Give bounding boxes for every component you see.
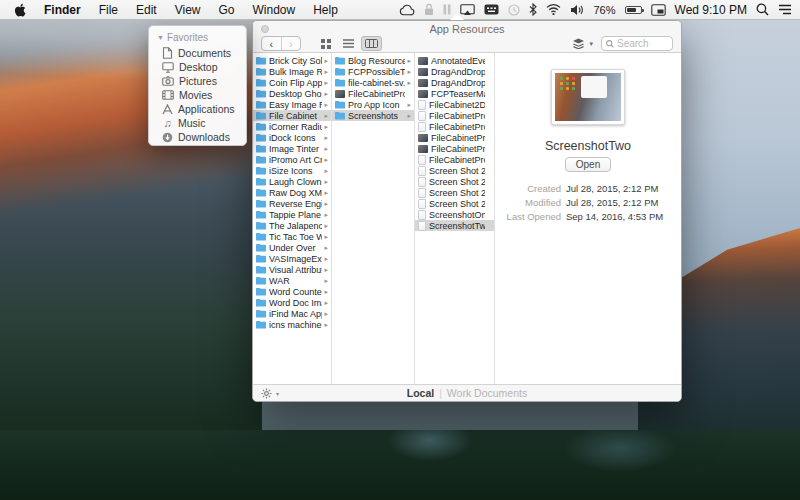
menu-window[interactable]: Window xyxy=(244,0,305,20)
lock-icon[interactable] xyxy=(424,3,434,16)
menu-help[interactable]: Help xyxy=(304,0,347,20)
chevron-right-icon: ▸ xyxy=(322,255,328,263)
sidebar-item-desktop[interactable]: Desktop xyxy=(149,60,246,74)
file-row[interactable]: Under Over ▸ xyxy=(253,242,331,253)
file-row[interactable]: Screen Shot 2... ▸ xyxy=(415,176,494,187)
file-row[interactable]: DragAndDropT... ▸ xyxy=(415,77,494,88)
sidebar-item-documents[interactable]: Documents xyxy=(149,46,246,60)
file-row[interactable]: FileCabinet2D... ▸ xyxy=(415,99,494,110)
image-file-icon xyxy=(418,134,428,142)
file-row[interactable]: file-cabinet-sv... ▸ xyxy=(332,77,414,88)
sidebar-item-downloads[interactable]: Downloads xyxy=(149,130,246,144)
file-row[interactable]: iPromo Art Cr... ▸ xyxy=(253,154,331,165)
search-field[interactable]: Search xyxy=(601,36,673,51)
menu-view[interactable]: View xyxy=(166,0,210,20)
file-row[interactable]: Blog Resources ▸ xyxy=(332,55,414,66)
file-row[interactable]: icns machine ▸ xyxy=(253,319,331,330)
menu-go[interactable]: Go xyxy=(210,0,244,20)
folder-icon xyxy=(256,177,266,186)
file-row[interactable]: FileCabinetPro... ▸ xyxy=(415,132,494,143)
wifi-icon[interactable] xyxy=(546,4,561,15)
file-row[interactable]: ScreenshotOne ▸ xyxy=(415,209,494,220)
file-row[interactable]: Raw Dog XML... ▸ xyxy=(253,187,331,198)
forward-button[interactable]: › xyxy=(282,37,301,50)
sidebar-item-music[interactable]: ♫ Music xyxy=(149,116,246,130)
location-tab-local[interactable]: Local xyxy=(407,387,434,399)
menu-file[interactable]: File xyxy=(90,0,127,20)
file-row[interactable]: The Jalapeno... ▸ xyxy=(253,220,331,231)
file-row[interactable]: Image Tinter ▸ xyxy=(253,143,331,154)
open-button[interactable]: Open xyxy=(565,157,611,172)
sidebar-item-pictures[interactable]: Pictures xyxy=(149,74,246,88)
sidebar-item-applications[interactable]: Applications xyxy=(149,102,246,116)
arrange-button[interactable]: ▾ xyxy=(572,38,593,49)
file-row[interactable]: FileCabinetPro... ▸ xyxy=(332,88,414,99)
favorites-header[interactable]: ▼ Favorites xyxy=(149,30,246,46)
file-row[interactable]: Brick City Solit... ▸ xyxy=(253,55,331,66)
file-row[interactable]: iCorner Radius ▸ xyxy=(253,121,331,132)
file-row[interactable]: Easy Image Re... ▸ xyxy=(253,99,331,110)
file-row[interactable]: Visual Attribut... ▸ xyxy=(253,264,331,275)
folder-icon xyxy=(256,232,266,241)
keyboard-icon[interactable] xyxy=(484,4,499,15)
file-row[interactable]: WAR ▸ xyxy=(253,275,331,286)
file-row[interactable]: Reverse Engin... ▸ xyxy=(253,198,331,209)
file-row[interactable]: iDock Icons ▸ xyxy=(253,132,331,143)
file-row[interactable]: AnnotatedEve... ▸ xyxy=(415,55,494,66)
file-row[interactable]: iFind Mac Apps ▸ xyxy=(253,308,331,319)
folder-icon xyxy=(256,287,266,296)
preview-metadata: Created Jul 28, 2015, 2:12 PM Modified J… xyxy=(495,183,681,222)
file-row[interactable]: Word Counter... ▸ xyxy=(253,286,331,297)
time-machine-icon[interactable] xyxy=(508,4,520,16)
file-icon xyxy=(418,210,426,220)
folder-icon xyxy=(256,56,266,65)
location-tab-work-documents[interactable]: Work Documents xyxy=(447,387,527,399)
preview-thumbnail[interactable] xyxy=(551,69,625,125)
menu-edit[interactable]: Edit xyxy=(127,0,166,20)
apple-menu[interactable] xyxy=(8,3,35,17)
nav-control: ‹ › xyxy=(261,36,301,51)
file-row[interactable]: ScreenshotTwo ▸ xyxy=(415,220,494,231)
file-row[interactable]: File Cabinet ▸ xyxy=(253,110,331,121)
file-row[interactable]: FCPTeaserMa... ▸ xyxy=(415,88,494,99)
back-button[interactable]: ‹ xyxy=(262,37,282,50)
icon-view-button[interactable] xyxy=(315,36,336,51)
spotlight-icon[interactable] xyxy=(756,3,769,16)
file-row[interactable]: iSize Icons ▸ xyxy=(253,165,331,176)
meta-modified: Modified Jul 28, 2015, 2:12 PM xyxy=(495,197,681,208)
image-file-icon xyxy=(418,68,428,76)
file-row[interactable]: FCPPossibleTe... ▸ xyxy=(332,66,414,77)
file-row[interactable]: Screenshots ▸ xyxy=(332,110,414,121)
preview-file-name: ScreenshotTwo xyxy=(495,139,681,153)
volume-icon[interactable] xyxy=(570,4,584,16)
file-row[interactable]: Coin Flip App ▸ xyxy=(253,77,331,88)
file-row[interactable]: Bulk Image Re... ▸ xyxy=(253,66,331,77)
file-row[interactable]: Screen Shot 2... ▸ xyxy=(415,165,494,176)
file-row[interactable]: Tappie Plane ▸ xyxy=(253,209,331,220)
menu-clock[interactable]: Wed 9:10 PM xyxy=(675,3,747,17)
file-row[interactable]: Screen Shot 2... ▸ xyxy=(415,198,494,209)
file-row[interactable]: Tic Tac Toe W... ▸ xyxy=(253,231,331,242)
file-row[interactable]: Pro App Icon ▸ xyxy=(332,99,414,110)
file-row[interactable]: Desktop Ghost ▸ xyxy=(253,88,331,99)
display-mirror-icon[interactable] xyxy=(651,4,666,16)
file-row[interactable]: FileCabinetPro... ▸ xyxy=(415,154,494,165)
file-row[interactable]: Word Doc Ima... ▸ xyxy=(253,297,331,308)
battery-icon[interactable] xyxy=(625,6,642,14)
column-view-button[interactable] xyxy=(361,36,382,51)
action-menu-button[interactable]: ▾ xyxy=(261,388,279,399)
sidebar-item-movies[interactable]: Movies xyxy=(149,88,246,102)
file-row[interactable]: Screen Shot 2... ▸ xyxy=(415,187,494,198)
cloudapp-icon[interactable] xyxy=(399,4,415,16)
notification-center-icon[interactable] xyxy=(778,4,792,15)
bluetooth-icon[interactable] xyxy=(529,3,537,16)
file-row[interactable]: VASImageExtr... ▸ xyxy=(253,253,331,264)
file-row[interactable]: Laugh Clown ▸ xyxy=(253,176,331,187)
list-view-button[interactable] xyxy=(338,36,359,51)
window-status-bar: ▾ Local | Work Documents xyxy=(253,384,681,401)
file-row[interactable]: FileCabinetPro... ▸ xyxy=(415,121,494,132)
menu-finder[interactable]: Finder xyxy=(35,0,90,20)
file-row[interactable]: DragAndDrop... ▸ xyxy=(415,66,494,77)
file-row[interactable]: FileCabinetPro... ▸ xyxy=(415,110,494,121)
file-row[interactable]: FileCabinetPro... ▸ xyxy=(415,143,494,154)
